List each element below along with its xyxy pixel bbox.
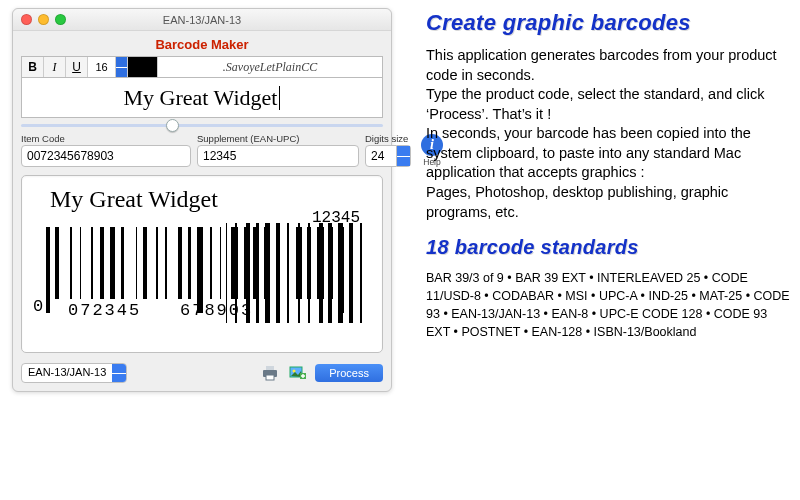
digits-size-label: Digits size: [365, 133, 415, 144]
supplement-input[interactable]: [197, 145, 359, 167]
chevron-updown-icon: [112, 364, 126, 382]
barcode-lead-digit: 0: [33, 297, 45, 316]
svg-rect-2: [266, 375, 274, 380]
standard-select[interactable]: EAN-13/JAN-13: [21, 363, 127, 383]
font-toolbar: B I U 16 .SavoyeLetPlainCC: [21, 56, 383, 78]
svg-rect-1: [266, 366, 274, 370]
title-text-input[interactable]: My Great Widget: [21, 78, 383, 118]
barcode-preview: My Great Widget 12345 0 072345 678903: [21, 175, 383, 353]
app-title: Barcode Maker: [21, 37, 383, 52]
font-name-label[interactable]: .SavoyeLetPlainCC: [158, 57, 382, 77]
standards-list: BAR 39/3 of 9 • BAR 39 EXT • INTERLEAVED…: [426, 269, 790, 342]
color-swatch[interactable]: [128, 57, 158, 77]
process-button[interactable]: Process: [315, 364, 383, 382]
underline-button[interactable]: U: [66, 57, 88, 77]
marketing-body: This application generates barcodes from…: [426, 46, 790, 222]
digits-size-input[interactable]: [365, 145, 397, 167]
font-size-field[interactable]: 16: [88, 57, 116, 77]
window-title: EAN-13/JAN-13: [13, 14, 391, 26]
bold-button[interactable]: B: [22, 57, 44, 77]
item-code-label: Item Code: [21, 133, 191, 144]
titlebar: EAN-13/JAN-13: [13, 9, 391, 31]
item-code-input[interactable]: [21, 145, 191, 167]
title-text-value: My Great Widget: [124, 85, 278, 111]
supplement-label: Supplement (EAN-UPC): [197, 133, 359, 144]
slider-thumb[interactable]: [166, 119, 179, 132]
italic-button[interactable]: I: [44, 57, 66, 77]
barcode-group1-digits: 072345: [68, 301, 141, 320]
app-window: EAN-13/JAN-13 Barcode Maker B I U 16 .Sa…: [12, 8, 392, 392]
barcode-group2-digits: 678903: [180, 301, 253, 320]
marketing-heading-1: Create graphic barcodes: [426, 10, 790, 36]
export-image-icon[interactable]: [287, 363, 309, 383]
print-icon[interactable]: [259, 363, 281, 383]
font-size-stepper[interactable]: [116, 57, 128, 77]
title-size-slider[interactable]: [21, 124, 383, 127]
digits-size-stepper[interactable]: [397, 145, 411, 167]
marketing-heading-2: 18 barcode standards: [426, 236, 790, 259]
standard-select-value: EAN-13/JAN-13: [22, 364, 112, 382]
